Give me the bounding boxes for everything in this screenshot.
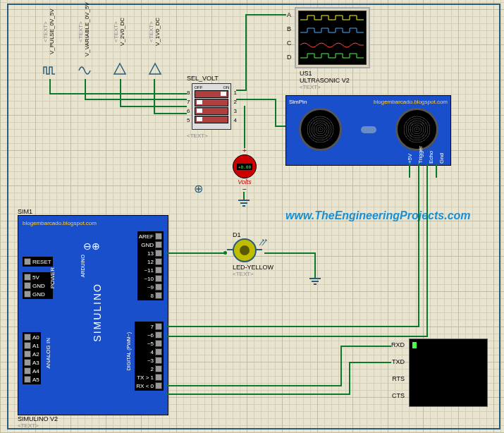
speaker-icon <box>395 108 438 151</box>
serial-terminal[interactable]: RXDTXDRTSCTS <box>391 339 488 407</box>
source-2v[interactable]: <TEXT> V_2V0_DC <box>113 7 127 79</box>
ground-symbol <box>237 192 251 209</box>
led[interactable]: D1 LED-YELLOW <TEXT> <box>233 231 273 277</box>
ground-symbol <box>308 268 322 288</box>
voltmeter[interactable]: + +0.00 Volts − <box>233 147 257 193</box>
speaker-icon <box>299 108 342 151</box>
source-pulse[interactable]: <TEXT> V_PULSE_0V_5V <box>42 7 56 79</box>
source-variable[interactable]: <TEXT> V_VARIABLE_0V_5V <box>78 7 92 79</box>
oscilloscope[interactable]: ABCD US1 ULTRASONIC V2 <TEXT> <box>287 7 370 90</box>
watermark: www.TheEngineeringProjects.com <box>285 209 471 222</box>
source-1v[interactable]: <TEXT> V_1V0_DC <box>148 7 162 79</box>
dip-switch[interactable]: SEL_VOLT 8765 OFFON 1234 <TEXT> <box>187 75 237 139</box>
arduino-board[interactable]: SIM1 blogembarcado.blogspot.com RESET 5V… <box>18 208 168 429</box>
origin-marker: ⊕ <box>194 182 203 195</box>
ultrasonic-sensor[interactable]: SimPin blogembarcado.blogspot.com +5V Tr… <box>285 95 451 166</box>
